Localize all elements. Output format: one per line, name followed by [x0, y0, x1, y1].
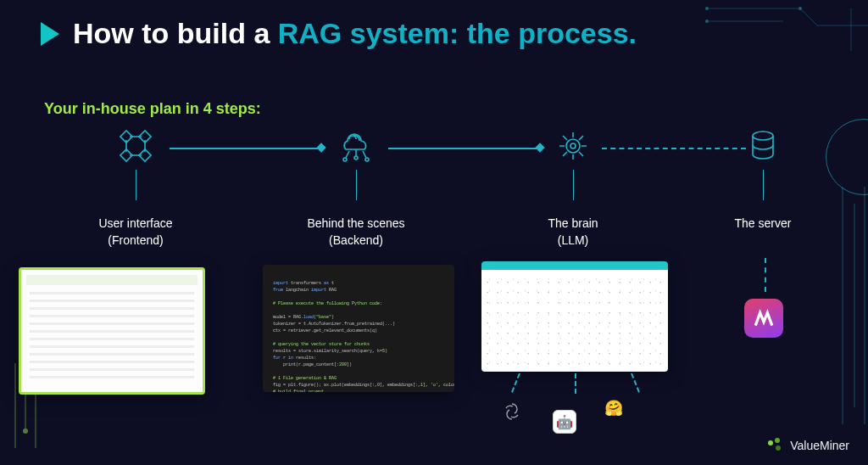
svg-point-2	[798, 7, 802, 10]
decorative-lines-right	[834, 187, 868, 424]
database-icon	[743, 127, 783, 165]
cloud-network-icon	[336, 127, 376, 165]
server-drop-line	[765, 258, 766, 292]
step-title: The server	[704, 216, 822, 232]
step-title-text: Behind the scenes	[307, 216, 404, 230]
preview-llm	[481, 261, 668, 372]
drop-line	[136, 170, 136, 200]
step-subtitle: (Backend)	[271, 232, 441, 249]
drop-line	[356, 170, 357, 200]
preview-frontend	[19, 267, 205, 395]
svg-point-1	[705, 20, 709, 23]
robot-icon: 🤖	[553, 410, 576, 434]
svg-point-12	[570, 143, 576, 148]
code-preview: import transformers as t from langchain …	[273, 273, 444, 392]
preview-backend: import transformers as t from langchain …	[263, 265, 454, 392]
step-llm: The brain (LLM)	[488, 127, 658, 249]
slide-title: How to build a RAG system: the process.	[73, 17, 637, 50]
title-prefix: How to build a	[73, 17, 278, 49]
step-title: Behind the scenes (Backend)	[271, 216, 441, 249]
connector-3-dashed	[602, 148, 746, 149]
slide-title-row: How to build a RAG system: the process.	[41, 17, 637, 50]
decorative-circuit-top	[698, 0, 868, 68]
svg-point-3	[23, 429, 28, 434]
step-title-text: The server	[735, 216, 792, 230]
svg-point-0	[705, 7, 709, 10]
play-triangle-icon	[41, 22, 59, 46]
step-subtitle: (LLM)	[488, 232, 658, 249]
drop-line	[763, 170, 764, 200]
openai-icon	[500, 400, 524, 423]
step-frontend: User interface (Frontend)	[51, 127, 220, 249]
connector-2	[388, 148, 542, 149]
server-app-icon	[744, 299, 783, 338]
step-backend: Behind the scenes (Backend)	[271, 127, 441, 249]
step-title: User interface (Frontend)	[51, 216, 220, 249]
llm-graph-visual	[485, 273, 665, 368]
decorative-arc	[826, 119, 868, 195]
title-accent: RAG system: the process.	[278, 17, 637, 49]
svg-point-10	[365, 158, 369, 161]
slide-subtitle: Your in-house plan in 4 steps:	[44, 100, 261, 118]
step-title-text: User interface	[98, 216, 172, 230]
svg-point-13	[753, 132, 773, 140]
connector-1	[170, 148, 324, 149]
gear-icon	[553, 127, 593, 165]
svg-point-8	[354, 156, 358, 160]
brand-name: ValueMiner	[790, 439, 849, 452]
step-title: The brain (LLM)	[488, 216, 658, 249]
drop-line	[573, 170, 574, 200]
svg-point-9	[343, 158, 347, 161]
nodes-icon	[115, 127, 156, 165]
llm-provider-icons: 🤖 🤗	[500, 386, 653, 454]
svg-point-11	[566, 139, 580, 153]
huggingface-icon: 🤗	[602, 396, 626, 420]
step-server: The server	[704, 127, 822, 232]
brand-logo-icon	[768, 438, 783, 453]
brand-footer: ValueMiner	[768, 438, 849, 453]
step-title-text: The brain	[548, 216, 598, 230]
step-subtitle: (Frontend)	[51, 232, 220, 249]
